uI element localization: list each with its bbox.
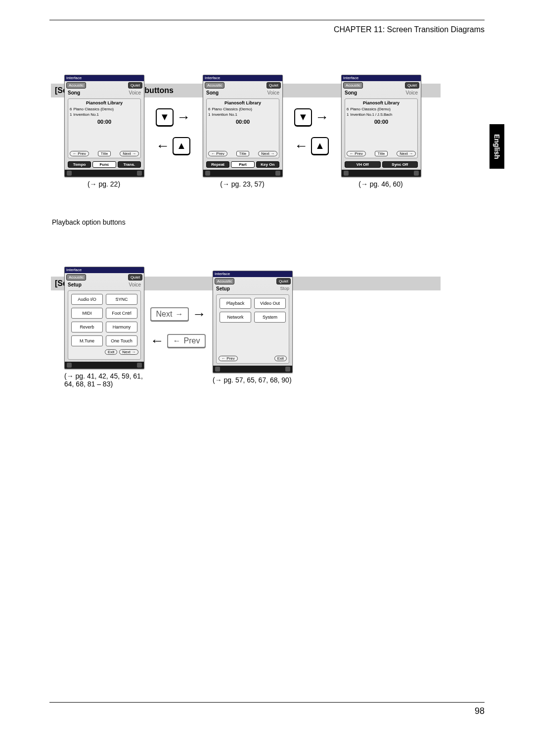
menu-cell[interactable]: SYNC [106, 294, 137, 305]
diagram-setup-menu: Interface AcousticQuiet SetupVoice Audio… [64, 267, 292, 388]
transition-arrows: ▼ → ← ▲ [148, 108, 198, 155]
mode-right: Quiet [128, 82, 142, 89]
language-tab: English [490, 124, 504, 169]
playback-time: 00:00 [70, 119, 139, 125]
song-name: Piano Classics (Demo) [350, 107, 390, 111]
mode-right: Quiet [128, 274, 142, 281]
next-button[interactable]: Next → [119, 349, 138, 355]
option-button[interactable]: VH Off [345, 161, 381, 168]
arrow-left-icon: ← [150, 333, 164, 349]
mode-left: Acoustic [66, 82, 86, 89]
menu-cell[interactable]: System [254, 312, 286, 323]
screen-title-left: Song [345, 90, 357, 95]
menu-cell[interactable]: Foot Cntrl [106, 308, 137, 319]
down-icon: ▼ [156, 108, 174, 126]
song-name: Piano Classics (Demo) [73, 107, 113, 111]
menu-cell[interactable]: M.Tune [71, 335, 103, 346]
screen-title-right: Voice [406, 90, 418, 95]
chapter-header: CHAPTER 11: Screen Transition Diagrams [334, 25, 485, 34]
screen-title-right: Stop [280, 286, 289, 291]
row-no: 6 [208, 107, 210, 111]
song-name: Invention No.1 / J.S.Bach [350, 112, 392, 117]
title-button[interactable]: Title [98, 151, 111, 156]
exit-button[interactable]: Exit [274, 356, 287, 361]
down-icon: ▼ [294, 108, 312, 126]
screen-title-right: Voice [129, 90, 141, 95]
menu-cell[interactable]: Reverb [71, 322, 103, 332]
label-text: Next [156, 310, 173, 319]
page-reference: (→ pg. 23, 57) [203, 180, 282, 188]
title-button[interactable]: Title [375, 151, 388, 156]
next-button[interactable]: Next → [120, 151, 139, 156]
arrow-right-icon: → [192, 306, 206, 322]
menu-cell[interactable]: Audio I/O [71, 294, 103, 305]
menu-cell[interactable]: Network [220, 312, 251, 323]
menu-cell[interactable]: Video Out [254, 298, 286, 309]
up-icon: ▲ [173, 137, 190, 155]
menu-cell[interactable]: MIDI [71, 308, 103, 319]
transition-arrows: Next → → ← ← Prev [148, 306, 208, 349]
next-label: Next → [150, 307, 189, 321]
song-name: Invention No.1 [212, 112, 237, 117]
option-button[interactable]: Tempo [68, 161, 91, 168]
screen-title-right: Voice [267, 90, 279, 95]
page-reference: (→ pg. 57, 65, 67, 68, 90) [213, 376, 292, 384]
song-name: Invention No.1 [73, 112, 99, 117]
menu-cell[interactable]: One Touch [106, 335, 137, 346]
exit-button[interactable]: Exit [105, 349, 117, 355]
playback-time: 00:00 [347, 119, 416, 125]
option-button[interactable]: Key On [256, 161, 279, 168]
screen-title-left: Setup [216, 286, 230, 291]
window-title: Interface [213, 271, 292, 277]
row-no: 6 [70, 107, 72, 111]
device-screen-song-3: Interface AcousticQuiet SongVoice Pianos… [341, 75, 421, 177]
row-no: 6 [347, 107, 349, 111]
prev-button[interactable]: ← Prev [70, 151, 89, 156]
arrow-right-icon: → [175, 310, 183, 319]
prev-button[interactable]: ← Prev [347, 151, 366, 156]
window-title: Interface [65, 75, 144, 81]
menu-cell[interactable]: Harmony [106, 322, 137, 332]
prev-label: ← Prev [167, 334, 206, 348]
page: CHAPTER 11: Screen Transition Diagrams E… [49, 20, 485, 716]
window-title: Interface [342, 75, 421, 81]
label-text: Prev [184, 336, 200, 345]
library-title: Pianosoft Library [208, 100, 277, 105]
window-title: Interface [65, 267, 144, 273]
prev-button[interactable]: ← Prev [208, 151, 227, 156]
next-button[interactable]: Next → [258, 151, 277, 156]
transition-arrows: ▼ → ← ▲ [287, 108, 336, 155]
prev-button[interactable]: ← Prev [219, 356, 238, 361]
diagram-song-playback: Interface Acoustic Quiet Song Voice Pian… [64, 75, 420, 188]
option-button[interactable]: Func [92, 161, 116, 168]
arrow-left-icon: ← [294, 138, 308, 154]
arrow-right-icon: → [315, 109, 329, 125]
arrow-left-icon: ← [173, 336, 181, 345]
section1-caption: Playback option buttons [52, 218, 126, 226]
mode-right: Quiet [276, 278, 291, 284]
option-button[interactable]: Sync Off [382, 161, 418, 168]
mode-slider: Acoustic Quiet [65, 81, 144, 89]
next-button[interactable]: Next → [397, 151, 416, 156]
arrow-right-icon: → [177, 109, 190, 125]
menu-cell[interactable]: Playback [220, 298, 251, 309]
screen-title-left: Setup [68, 282, 82, 287]
window-title: Interface [203, 75, 282, 81]
row-no: 1 [347, 112, 349, 117]
title-button[interactable]: Title [236, 151, 250, 156]
option-button[interactable]: Repeat [206, 161, 229, 168]
mode-left: Acoustic [215, 278, 234, 284]
up-icon: ▲ [311, 137, 329, 155]
mode-left: Acoustic [66, 274, 86, 281]
page-reference: (→ pg. 22) [64, 180, 143, 188]
page-number: 98 [475, 706, 485, 716]
screen-title-right: Voice [129, 282, 141, 287]
device-screen-song-1: Interface Acoustic Quiet Song Voice Pian… [64, 75, 144, 177]
playback-time: 00:00 [208, 119, 277, 125]
option-button[interactable]: Part [231, 161, 254, 168]
mode-left: Acoustic [343, 82, 363, 89]
option-button[interactable]: Trans. [118, 161, 141, 168]
screen-title-left: Song [206, 90, 219, 95]
library-title: Pianosoft Library [70, 100, 139, 105]
library-title: Pianosoft Library [347, 100, 416, 105]
